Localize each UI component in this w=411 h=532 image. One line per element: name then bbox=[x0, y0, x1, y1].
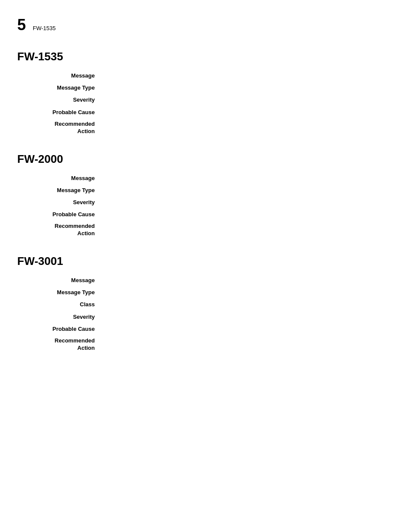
section-title-fw-3001: FW-3001 bbox=[17, 255, 394, 268]
field-label: Message Type bbox=[26, 289, 103, 296]
field-row: Message bbox=[17, 174, 394, 182]
field-label: Probable Cause bbox=[26, 211, 103, 218]
field-row: RecommendedAction bbox=[17, 223, 394, 237]
field-label: Severity bbox=[26, 199, 103, 206]
section-title-fw-2000: FW-2000 bbox=[17, 152, 394, 166]
field-value bbox=[103, 187, 394, 194]
section-fw-1535: FW-1535MessageMessage TypeSeverityProbab… bbox=[17, 50, 394, 135]
field-value bbox=[103, 301, 394, 308]
field-value bbox=[103, 289, 394, 296]
section-title-fw-1535: FW-1535 bbox=[17, 50, 394, 63]
field-row: Severity bbox=[17, 199, 394, 206]
section-fw-2000: FW-2000MessageMessage TypeSeverityProbab… bbox=[17, 152, 394, 238]
field-label: RecommendedAction bbox=[26, 121, 103, 135]
page-header: 5 FW-1535 bbox=[17, 13, 394, 33]
field-row: RecommendedAction bbox=[17, 337, 394, 352]
field-value bbox=[103, 199, 394, 206]
field-row: Message bbox=[17, 277, 394, 284]
field-label: Message bbox=[26, 277, 103, 284]
field-label: RecommendedAction bbox=[26, 223, 103, 237]
field-row: RecommendedAction bbox=[17, 121, 394, 135]
field-label: Message bbox=[26, 174, 103, 182]
field-row: Message Type bbox=[17, 187, 394, 194]
field-row: Probable Cause bbox=[17, 211, 394, 218]
field-row: Class bbox=[17, 301, 394, 308]
field-value bbox=[103, 72, 394, 80]
field-row: Message Type bbox=[17, 289, 394, 296]
field-value bbox=[103, 277, 394, 284]
field-value bbox=[103, 84, 394, 92]
field-value bbox=[103, 211, 394, 218]
field-row: Probable Cause bbox=[17, 109, 394, 116]
field-row: Message Type bbox=[17, 84, 394, 92]
field-label: Severity bbox=[26, 313, 103, 321]
field-label: Message Type bbox=[26, 84, 103, 92]
field-label: RecommendedAction bbox=[26, 337, 103, 352]
field-value bbox=[103, 325, 394, 333]
field-value bbox=[103, 109, 394, 116]
field-value bbox=[103, 223, 394, 237]
field-label: Message bbox=[26, 72, 103, 80]
field-value bbox=[103, 121, 394, 135]
field-label: Message Type bbox=[26, 187, 103, 194]
field-value bbox=[103, 96, 394, 104]
section-fw-3001: FW-3001MessageMessage TypeClassSeverityP… bbox=[17, 255, 394, 352]
field-value bbox=[103, 313, 394, 321]
field-value bbox=[103, 337, 394, 352]
field-value bbox=[103, 174, 394, 182]
page-number: 5 bbox=[17, 17, 26, 33]
page-subtitle: FW-1535 bbox=[33, 25, 56, 31]
field-label: Probable Cause bbox=[26, 109, 103, 116]
field-label: Probable Cause bbox=[26, 325, 103, 333]
field-row: Severity bbox=[17, 313, 394, 321]
field-label: Severity bbox=[26, 96, 103, 104]
field-label: Class bbox=[26, 301, 103, 308]
field-row: Probable Cause bbox=[17, 325, 394, 333]
field-row: Severity bbox=[17, 96, 394, 104]
field-row: Message bbox=[17, 72, 394, 80]
sections-container: FW-1535MessageMessage TypeSeverityProbab… bbox=[17, 50, 394, 352]
